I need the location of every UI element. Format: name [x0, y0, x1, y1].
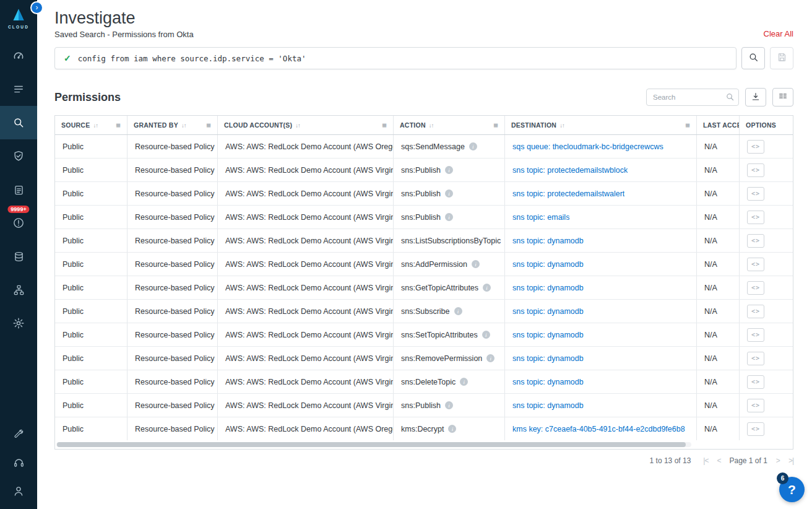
- horizontal-scrollbar-thumb[interactable]: [57, 442, 686, 447]
- column-header-cloud-account[interactable]: CLOUD ACCOUNT(S) ↓↑ ≡: [218, 116, 394, 134]
- inspect-json-button[interactable]: <>: [747, 187, 764, 201]
- info-icon[interactable]: i: [472, 260, 480, 268]
- code-icon: <>: [751, 355, 760, 362]
- sidebar-item-investigate[interactable]: [0, 106, 37, 139]
- sort-icon[interactable]: ↓↑: [559, 122, 564, 129]
- column-menu-icon[interactable]: ≡: [493, 121, 498, 130]
- sidebar-item-dashboard[interactable]: [0, 39, 37, 72]
- destination-link[interactable]: sns topic: dynamodb: [512, 378, 584, 386]
- run-search-button[interactable]: [741, 47, 765, 69]
- cell-last-accessed: N/A: [697, 135, 740, 158]
- info-icon[interactable]: i: [454, 307, 462, 315]
- info-icon[interactable]: i: [445, 166, 453, 174]
- download-icon: [751, 92, 761, 103]
- cell-destination: sns topic: dynamodb: [505, 300, 697, 323]
- inspect-json-button[interactable]: <>: [747, 234, 764, 248]
- cell-destination: sns topic: dynamodb: [505, 323, 697, 346]
- info-icon[interactable]: i: [445, 213, 453, 221]
- destination-link[interactable]: kms key: c7ceaefa-40b5-491c-bf44-e2cdbd9…: [512, 425, 685, 433]
- inspect-json-button[interactable]: <>: [747, 140, 764, 154]
- column-header-last-accessed[interactable]: LAST ACCESSED: [697, 116, 740, 134]
- destination-link[interactable]: sns topic: dynamodb: [512, 260, 584, 269]
- destination-link[interactable]: sns topic: protectedemailstwalert: [512, 189, 624, 198]
- cell-options: <>: [740, 253, 793, 276]
- sidebar-expand-button[interactable]: ›: [32, 2, 42, 13]
- sidebar-item-reports[interactable]: [0, 173, 37, 206]
- sidebar-item-support[interactable]: [0, 448, 37, 477]
- help-button[interactable]: 6 ?: [779, 477, 805, 502]
- sort-icon[interactable]: ↓↑: [181, 122, 186, 129]
- cell-destination: sqs queue: thecloudmark-bc-bridgecrewcws: [505, 135, 697, 158]
- next-page-button[interactable]: >: [776, 456, 780, 465]
- inspect-json-button[interactable]: <>: [747, 375, 764, 389]
- cell-action: sns:GetTopicAttributes i: [394, 276, 505, 299]
- database-stack-icon: [13, 251, 25, 263]
- code-icon: <>: [751, 308, 760, 315]
- column-header-granted-by[interactable]: GRANTED BY ↓↑ ≡: [127, 116, 218, 134]
- sidebar-item-settings[interactable]: [0, 307, 37, 340]
- column-label: ACTION: [400, 121, 426, 129]
- save-search-button[interactable]: [770, 47, 793, 69]
- sort-icon[interactable]: ↓↑: [429, 122, 434, 129]
- column-header-destination[interactable]: DESTINATION ↓↑ ≡: [505, 116, 697, 134]
- inspect-json-button[interactable]: <>: [747, 258, 764, 271]
- clear-all-button[interactable]: Clear All: [764, 29, 793, 39]
- inspect-json-button[interactable]: <>: [747, 352, 764, 365]
- inspect-json-button[interactable]: <>: [747, 305, 764, 318]
- inspect-json-button[interactable]: <>: [747, 399, 764, 412]
- sidebar-item-profile[interactable]: [0, 477, 37, 505]
- sort-icon[interactable]: ↓↑: [93, 122, 98, 129]
- action-text: sns:Publish: [401, 189, 441, 198]
- sidebar-item-tools[interactable]: [0, 420, 37, 448]
- first-page-button[interactable]: |<: [703, 456, 708, 465]
- cell-source: Public: [55, 370, 127, 393]
- sidebar-item-compliance[interactable]: [0, 139, 37, 173]
- download-csv-button[interactable]: [745, 88, 766, 107]
- sort-icon[interactable]: ↓↑: [295, 122, 300, 129]
- info-icon[interactable]: i: [483, 284, 491, 292]
- destination-link[interactable]: sns topic: dynamodb: [512, 284, 584, 292]
- destination-link[interactable]: sns topic: dynamodb: [512, 331, 584, 339]
- info-icon[interactable]: i: [445, 189, 453, 198]
- column-settings-button[interactable]: [772, 88, 793, 107]
- previous-page-button[interactable]: <: [717, 456, 720, 465]
- last-page-button[interactable]: >|: [788, 456, 793, 465]
- info-icon[interactable]: i: [486, 354, 495, 362]
- cell-action: sns:ListSubscriptionsByTopic i: [394, 229, 505, 252]
- info-icon[interactable]: i: [482, 331, 490, 339]
- column-menu-icon[interactable]: ≡: [382, 121, 387, 130]
- horizontal-scrollbar-track[interactable]: [56, 442, 691, 447]
- sidebar-item-inventory[interactable]: [0, 72, 37, 106]
- query-input[interactable]: ✓ config from iam where source.idp.servi…: [54, 47, 736, 69]
- inspect-json-button[interactable]: <>: [747, 328, 764, 342]
- destination-link[interactable]: sns topic: dynamodb: [512, 354, 584, 363]
- sidebar-item-alerts[interactable]: 9999+: [0, 206, 37, 240]
- column-menu-icon[interactable]: ≡: [685, 121, 690, 130]
- row-range-text: 1 to 13 of 13: [650, 456, 691, 465]
- info-icon[interactable]: i: [448, 425, 456, 433]
- destination-link[interactable]: sns topic: dynamodb: [512, 237, 584, 245]
- column-menu-icon[interactable]: ≡: [116, 121, 121, 130]
- info-icon[interactable]: i: [469, 142, 477, 150]
- sidebar-item-network[interactable]: [0, 273, 37, 307]
- column-menu-icon[interactable]: ≡: [206, 121, 211, 130]
- cell-action: kms:Decrypt i: [394, 417, 505, 440]
- sidebar-item-data-security[interactable]: [0, 240, 37, 273]
- destination-link[interactable]: sns topic: protectedemailstwblock: [512, 166, 628, 175]
- inspect-json-button[interactable]: <>: [747, 163, 764, 177]
- info-icon[interactable]: i: [460, 378, 468, 386]
- inspect-json-button[interactable]: <>: [747, 422, 764, 436]
- inspect-json-button[interactable]: <>: [747, 211, 764, 224]
- column-header-action[interactable]: ACTION ↓↑ ≡: [394, 116, 505, 134]
- brand-logo[interactable]: CLOUD: [8, 7, 29, 29]
- destination-link[interactable]: sqs queue: thecloudmark-bc-bridgecrewcws: [512, 142, 663, 151]
- inspect-json-button[interactable]: <>: [747, 281, 764, 295]
- destination-link[interactable]: sns topic: dynamodb: [512, 307, 584, 316]
- code-icon: <>: [751, 378, 760, 385]
- info-icon[interactable]: i: [445, 401, 453, 409]
- destination-link[interactable]: sns topic: emails: [512, 213, 569, 222]
- table-search: [646, 89, 739, 106]
- column-header-source[interactable]: SOURCE ↓↑ ≡: [55, 116, 127, 134]
- destination-link[interactable]: sns topic: dynamodb: [512, 401, 584, 410]
- cell-granted-by: Resource-based Policy: [127, 370, 218, 393]
